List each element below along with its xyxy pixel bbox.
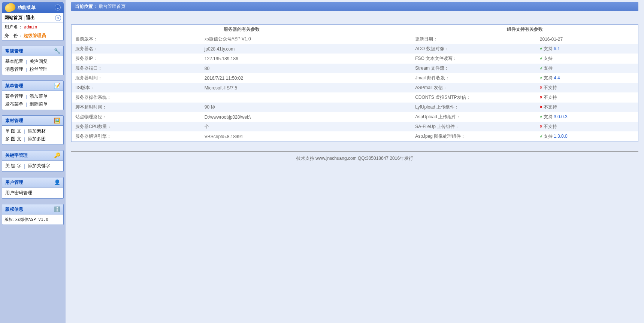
table-row: ADO 数据对像：√ 支持 6.1 — [411, 44, 638, 54]
main-panel: 当前位置： 后台管理首页 服务器的有关参数 当前版本：xs微信公众号ASP V1… — [66, 0, 644, 323]
menu-link[interactable]: 删除菜单 — [29, 101, 48, 107]
user-box: 网站首页 | 退出 « 用户名： admin 身 份： 超级管理员 — [2, 13, 64, 40]
hand-icon — [4, 2, 16, 13]
breadcrumb: 当前位置： 后台管理首页 — [71, 2, 638, 11]
menu-link[interactable]: 粉丝管理 — [29, 66, 48, 73]
divider — [71, 151, 638, 152]
check-icon: √ — [540, 114, 544, 119]
comp-table-title: 组件支持有关参数 — [411, 25, 638, 34]
section-icon: 🔧 — [54, 48, 60, 54]
table-row: Jmail 邮件收发：√ 支持 4.4 — [411, 73, 638, 83]
collapse-all-icon[interactable]: ⌄ — [55, 4, 61, 10]
check-icon: √ — [540, 75, 544, 80]
section-icon: 🔑 — [54, 152, 60, 159]
table-row: FSO 文本文件读写：√ 支持 — [411, 54, 638, 64]
user-name-label: 用户名： — [4, 24, 22, 30]
crumb-location: 后台管理首页 — [99, 4, 126, 9]
server-table-title: 服务器的有关参数 — [72, 25, 411, 34]
table-row: 服务器操作系统： — [72, 93, 411, 103]
x-icon: × — [540, 85, 544, 90]
table-row: 服务器CPU数量：个 — [72, 122, 411, 132]
menu-link[interactable]: 消息管理 — [4, 66, 24, 73]
table-row: 服务器名：jp028.41ty.com — [72, 44, 411, 54]
table-row: 服务器时间：2016/7/21 11:50:02 — [72, 73, 411, 83]
menu-link[interactable]: 添加素材 — [27, 128, 46, 134]
link-site-home[interactable]: 网站首页 — [4, 15, 22, 21]
menu-link[interactable]: 添加关键字 — [27, 163, 51, 169]
menu-section: 素材管理🖼️单 图 文|添加素材多 图 文|添加多图 — [2, 115, 64, 145]
section-icon: 👤 — [54, 179, 60, 186]
menu-link[interactable]: 多 图 文 — [4, 136, 22, 142]
table-row: IIS版本：Microsoft-IIS/7.5 — [72, 83, 411, 93]
menu-section-title[interactable]: 常规管理🔧 — [2, 46, 63, 56]
version-text: 版权:xs微信ASP V1.0 — [4, 216, 61, 223]
crumb-prefix: 当前位置： — [75, 4, 97, 9]
table-row: 服务器端口：80 — [72, 64, 411, 73]
user-name: admin — [24, 24, 37, 30]
menu-link[interactable]: 单 图 文 — [4, 128, 22, 134]
table-row: 脚本超时时间：90 秒 — [72, 103, 411, 112]
section-icon: 🖼️ — [54, 117, 60, 124]
check-icon: √ — [540, 134, 544, 139]
menu-section-title[interactable]: 版权信息ℹ️ — [2, 204, 63, 214]
menu-section-title[interactable]: 素材管理🖼️ — [2, 116, 63, 126]
collapse-icon[interactable]: « — [55, 15, 61, 21]
menu-section: 关键字管理🔑关 键 字|添加关键字 — [2, 150, 64, 172]
menu-link[interactable]: 关 键 字 — [4, 163, 22, 169]
check-icon: √ — [540, 46, 544, 51]
menu-section-title[interactable]: 菜单管理📝 — [2, 81, 63, 91]
menu-section: 用户管理👤用户密码管理 — [2, 177, 64, 199]
section-icon: ℹ️ — [54, 206, 60, 213]
table-row: ASPmail 发信：× 不支持 — [411, 83, 638, 93]
check-icon: √ — [540, 65, 544, 71]
x-icon: × — [540, 95, 544, 100]
table-row: 服务器解译引擎：VBScript/5.8.18991 — [72, 132, 411, 141]
x-icon: × — [540, 124, 544, 129]
component-support-table: 组件支持有关参数 更新日期：2016-01-27ADO 数据对像：√ 支持 6.… — [411, 25, 638, 141]
menu-link[interactable]: 添加多图 — [27, 136, 46, 142]
menu-link[interactable]: 添加菜单 — [29, 93, 48, 100]
table-row: SA-FileUp 上传组件：× 不支持 — [411, 122, 638, 132]
table-row: AspUpload 上传组件：√ 支持 3.0.0.3 — [411, 112, 638, 122]
menu-section-title[interactable]: 关键字管理🔑 — [2, 150, 63, 161]
table-row: 服务器IP：122.195.189.186 — [72, 54, 411, 64]
menu-link[interactable]: 发布菜单 — [4, 101, 24, 107]
menu-link[interactable]: 菜单管理 — [4, 93, 24, 100]
table-row: 站点物理路径：D:\wwwroot\jp028\web\ — [72, 112, 411, 122]
table-row: LyfUpload 上传组件：× 不支持 — [411, 103, 638, 112]
menu-section: 版权信息ℹ️版权:xs微信ASP V1.0 — [2, 204, 64, 225]
sidebar-header: 功能菜单 ⌄ — [2, 2, 64, 13]
menu-section: 菜单管理📝菜单管理|添加菜单发布菜单|删除菜单 — [2, 80, 64, 110]
section-icon: 📝 — [54, 82, 60, 89]
x-icon: × — [540, 104, 544, 110]
table-row: 更新日期：2016-01-27 — [411, 34, 638, 44]
content: 服务器的有关参数 当前版本：xs微信公众号ASP V1.0服务器名：jp028.… — [71, 24, 638, 142]
footer-text: 技术支持:www.jnschuang.com QQ:305018647 2016… — [71, 155, 638, 169]
menu-link[interactable]: 关注回复 — [29, 58, 48, 65]
menu-section-title[interactable]: 用户管理👤 — [2, 177, 63, 188]
link-logout[interactable]: 退出 — [26, 15, 35, 21]
user-role-label: 身 份： — [4, 33, 22, 38]
table-row: CDONTS 虚拟SMTP发信：× 不支持 — [411, 93, 638, 103]
table-row: 当前版本：xs微信公众号ASP V1.0 — [72, 34, 411, 44]
table-row: Stream 文件流：√ 支持 — [411, 64, 638, 73]
menu-link[interactable]: 用户密码管理 — [4, 190, 33, 196]
user-role: 超级管理员 — [24, 33, 46, 38]
menu-link[interactable]: 基本配置 — [4, 58, 24, 65]
server-params-table: 服务器的有关参数 当前版本：xs微信公众号ASP V1.0服务器名：jp028.… — [72, 25, 411, 141]
check-icon: √ — [540, 56, 544, 61]
sidebar-title: 功能菜单 — [18, 4, 36, 11]
menu-section: 常规管理🔧基本配置|关注回复消息管理|粉丝管理 — [2, 46, 64, 75]
sidebar: 功能菜单 ⌄ 网站首页 | 退出 « 用户名： admin 身 份： 超级管理员… — [0, 0, 66, 323]
table-row: AspJpeg 图像处理组件：√ 支持 1.3.0.0 — [411, 132, 638, 141]
